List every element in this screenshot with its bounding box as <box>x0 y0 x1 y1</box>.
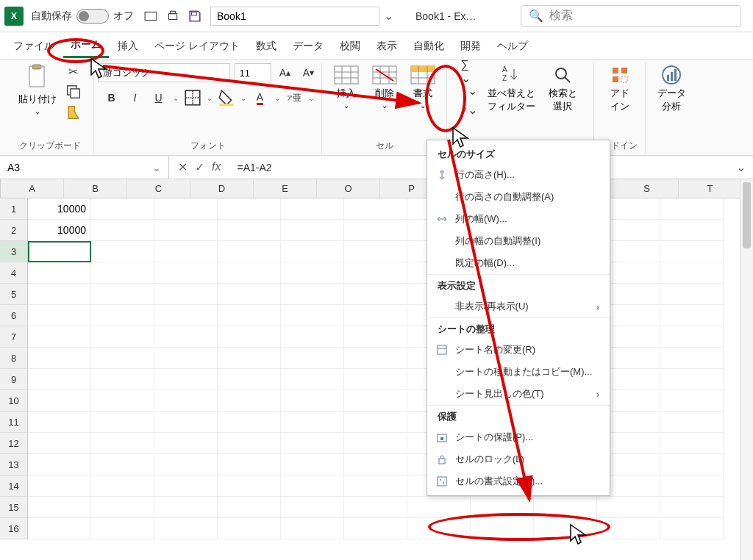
cell[interactable] <box>660 518 724 539</box>
row-header[interactable]: 1 <box>0 198 27 220</box>
tab-help[interactable]: ヘルプ <box>490 35 535 57</box>
cell[interactable] <box>281 284 344 305</box>
tab-page-layout[interactable]: ページ レイアウト <box>147 35 247 57</box>
scrollbar-thumb[interactable] <box>743 182 751 248</box>
row-header[interactable]: 7 <box>0 326 27 348</box>
dd-default-width[interactable]: 既定の幅(D)... <box>427 252 610 274</box>
cell[interactable] <box>91 518 154 539</box>
cell[interactable] <box>154 518 218 539</box>
print-icon[interactable] <box>166 10 179 23</box>
cell[interactable] <box>218 369 281 390</box>
col-header[interactable]: T <box>679 179 742 198</box>
cell[interactable] <box>344 518 407 539</box>
cell[interactable] <box>91 198 154 220</box>
cell[interactable] <box>660 198 724 220</box>
delete-cells-button[interactable]: 削除 ⌄ <box>368 63 401 111</box>
addins-button[interactable]: アド イン <box>604 63 636 115</box>
dropdown-chevron-icon[interactable]: ⌄ <box>384 9 393 23</box>
cut-icon[interactable]: ✂ <box>65 63 82 79</box>
cell[interactable] <box>344 369 407 390</box>
cell[interactable] <box>218 198 281 220</box>
tab-developer[interactable]: 開発 <box>453 35 488 57</box>
cell[interactable] <box>154 305 218 326</box>
open-icon[interactable] <box>144 10 157 23</box>
row-header[interactable]: 9 <box>0 369 27 390</box>
col-header[interactable]: A <box>1 179 64 198</box>
increase-font-icon[interactable]: A▴ <box>276 63 295 82</box>
cell[interactable] <box>218 220 281 241</box>
cell[interactable] <box>154 454 218 475</box>
cell[interactable] <box>154 198 218 220</box>
dd-rename-sheet[interactable]: シート名の変更(R) <box>427 339 610 361</box>
find-select-button[interactable]: 検索と 選択 <box>546 63 580 118</box>
row-header[interactable]: 16 <box>0 518 27 539</box>
cell[interactable] <box>281 433 344 454</box>
cell-a3-selected[interactable] <box>28 241 91 262</box>
underline-button[interactable]: U <box>149 88 168 107</box>
dd-autofit-row[interactable]: 行の高さの自動調整(A) <box>427 186 610 208</box>
cell[interactable] <box>281 262 344 284</box>
save-icon[interactable] <box>188 10 201 23</box>
paste-button[interactable]: 貼り付け ⌄ <box>18 63 57 121</box>
tab-review[interactable]: 校閲 <box>332 35 368 57</box>
cell[interactable] <box>28 518 91 539</box>
cell[interactable] <box>660 241 724 262</box>
cell[interactable] <box>218 497 281 518</box>
cell[interactable] <box>91 241 154 262</box>
cell[interactable] <box>91 390 154 412</box>
autosave-toggle[interactable]: 自動保存 オフ <box>31 9 134 24</box>
decrease-font-icon[interactable]: A▾ <box>299 63 318 82</box>
autosum-icon[interactable]: ∑ ⌄ <box>461 63 477 79</box>
cell[interactable] <box>154 475 218 497</box>
cell[interactable] <box>344 454 407 475</box>
cell[interactable] <box>597 518 660 539</box>
cell[interactable] <box>28 475 91 497</box>
cell[interactable] <box>28 433 91 454</box>
cell[interactable] <box>660 390 724 412</box>
cell[interactable] <box>344 326 407 348</box>
row-header[interactable]: 11 <box>0 412 27 433</box>
row-header[interactable]: 5 <box>0 284 27 305</box>
cells-area[interactable]: 10000 10000 <box>28 198 724 539</box>
cell[interactable] <box>407 497 471 518</box>
cell[interactable] <box>91 454 154 475</box>
cell[interactable] <box>154 412 218 433</box>
font-name-select[interactable] <box>98 63 230 82</box>
tab-view[interactable]: 表示 <box>369 35 404 57</box>
cell[interactable] <box>281 390 344 412</box>
cell[interactable] <box>154 220 218 241</box>
dd-col-width[interactable]: 列の幅(W)... <box>427 208 610 230</box>
cell[interactable] <box>660 326 724 348</box>
cell[interactable] <box>660 305 724 326</box>
dd-protect-sheet[interactable]: シートの保護(P)... <box>427 426 610 448</box>
tab-formulas[interactable]: 数式 <box>249 35 284 57</box>
cell[interactable] <box>91 262 154 284</box>
search-input[interactable]: 🔍 検索 <box>521 5 741 27</box>
cell[interactable] <box>660 262 724 284</box>
fill-color-icon[interactable] <box>217 88 236 107</box>
cell[interactable] <box>28 390 91 412</box>
dd-row-height[interactable]: 行の高さ(H)... <box>427 164 610 186</box>
cell[interactable] <box>344 262 407 284</box>
cell[interactable] <box>660 497 724 518</box>
cell[interactable] <box>28 326 91 348</box>
phonetic-icon[interactable]: ア亜 <box>285 88 304 107</box>
cell[interactable] <box>344 497 407 518</box>
row-header[interactable]: 3 <box>0 241 27 262</box>
cell[interactable] <box>91 220 154 241</box>
col-header[interactable]: B <box>64 179 127 198</box>
cell[interactable] <box>344 412 407 433</box>
cell[interactable] <box>660 220 724 241</box>
cell[interactable] <box>218 284 281 305</box>
bold-button[interactable]: B <box>102 88 121 107</box>
cell[interactable] <box>91 305 154 326</box>
cell[interactable] <box>154 390 218 412</box>
row-header[interactable]: 2 <box>0 220 27 241</box>
row-header[interactable]: 8 <box>0 348 27 369</box>
tab-insert[interactable]: 挿入 <box>110 35 146 57</box>
cell[interactable] <box>344 284 407 305</box>
cell[interactable] <box>344 241 407 262</box>
dd-autofit-col[interactable]: 列の幅の自動調整(I) <box>427 230 610 252</box>
cell[interactable] <box>281 369 344 390</box>
copy-icon[interactable] <box>65 84 82 100</box>
